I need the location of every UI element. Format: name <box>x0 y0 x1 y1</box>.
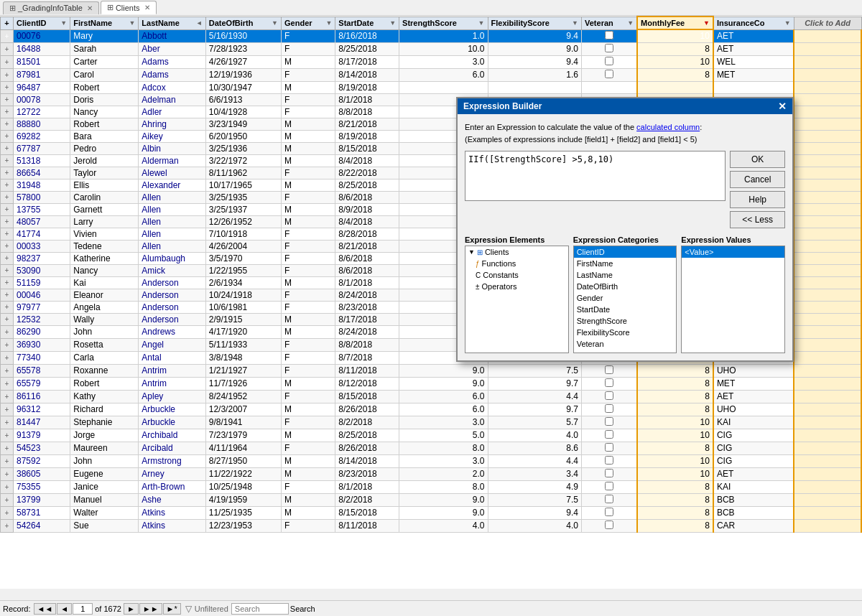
row-expand-btn[interactable]: + <box>1 154 14 167</box>
expression-values-listbox[interactable]: <Value> <box>681 246 785 353</box>
row-expand-btn[interactable]: + <box>1 240 14 252</box>
table-row[interactable]: +16488SarahAber7/28/1923F8/25/201810.09.… <box>1 42 862 55</box>
clients-close-btn[interactable]: ✕ <box>144 4 150 11</box>
row-expand-btn[interactable]: + <box>1 403 14 416</box>
table-row[interactable]: +54523MaureenArcibald4/11/1964F8/26/2018… <box>1 442 862 454</box>
dob-col-header[interactable]: DateOfBirth▼ <box>205 17 281 29</box>
dob-sort-arrow[interactable]: ▼ <box>272 19 278 27</box>
row-expand-btn[interactable]: + <box>1 142 14 154</box>
dialog-close-button[interactable]: ✕ <box>778 101 787 111</box>
row-expand-btn[interactable]: + <box>1 203 14 215</box>
values-item-value[interactable]: <Value> <box>682 246 784 258</box>
strengthscore-sort-arrow[interactable]: ▼ <box>478 19 485 27</box>
gender-col-header[interactable]: Gender▼ <box>282 17 335 29</box>
veteran-checkbox[interactable] <box>605 469 613 477</box>
elements-item-clients[interactable]: ▼ ⊞ Clients <box>465 246 568 258</box>
row-expand-btn[interactable]: + <box>1 252 14 264</box>
veteran-checkbox[interactable] <box>605 456 613 465</box>
table-row[interactable]: +96312RichardArbuckle12/3/2007M8/26/2018… <box>1 403 862 416</box>
category-item-gender[interactable]: Gender <box>574 292 677 304</box>
row-expand-btn[interactable]: + <box>1 416 14 429</box>
less-button[interactable]: << Less <box>730 211 785 228</box>
table-row[interactable]: +91379JorgeArchibald7/23/1979M8/25/20185… <box>1 429 862 442</box>
row-expand-btn[interactable]: + <box>1 364 14 377</box>
row-expand-btn[interactable]: + <box>1 191 14 203</box>
clients-tree-expand[interactable]: ▼ <box>468 248 475 256</box>
veteran-checkbox[interactable] <box>605 404 613 413</box>
veteran-col-header[interactable]: Veteran▼ <box>582 17 638 29</box>
row-expand-btn[interactable]: + <box>1 351 14 364</box>
gender-sort-arrow[interactable]: ▼ <box>325 19 332 27</box>
table-row[interactable]: +54264SueAtkins12/23/1953F8/11/20184.04.… <box>1 519 862 532</box>
flexibilityscore-sort-arrow[interactable]: ▼ <box>572 19 578 27</box>
elements-item-constants[interactable]: C Constants <box>465 269 568 281</box>
row-expand-btn[interactable]: + <box>1 264 14 276</box>
row-expand-btn[interactable]: + <box>1 289 14 301</box>
tab-clients[interactable]: ⊞ Clients ✕ <box>101 1 157 14</box>
strengthscore-col-header[interactable]: StrengthScore▼ <box>399 17 488 29</box>
row-expand-btn[interactable]: + <box>1 55 14 68</box>
row-expand-btn[interactable]: + <box>1 93 14 106</box>
insuranceco-col-header[interactable]: InsuranceCo▼ <box>713 17 794 29</box>
veteran-checkbox[interactable] <box>605 443 613 452</box>
table-row[interactable]: +87592JohnArmstrong8/27/1950M8/14/20183.… <box>1 454 862 467</box>
click-to-add-col-header[interactable]: Click to Add <box>794 17 861 29</box>
table-row[interactable]: +00076MaryAbbott5/16/1930F8/16/20181.09.… <box>1 29 862 42</box>
row-expand-btn[interactable]: + <box>1 167 14 179</box>
monthlyfee-sort-arrow[interactable]: ▼ <box>703 19 710 27</box>
row-expand-btn[interactable]: + <box>1 429 14 442</box>
table-row[interactable]: +86116KathyApley8/24/1952F8/15/20186.04.… <box>1 390 862 403</box>
table-row[interactable]: +75355JaniceArth-Brown10/25/1948F8/1/201… <box>1 480 862 493</box>
veteran-checkbox[interactable] <box>605 70 613 78</box>
table-row[interactable]: +81501CarterAdams4/26/1927M8/17/20183.09… <box>1 55 862 68</box>
row-expand-btn[interactable]: + <box>1 179 14 191</box>
monthlyfee-col-header[interactable]: MonthlyFee▼ <box>637 17 713 29</box>
row-expand-btn[interactable]: + <box>1 301 14 313</box>
startdate-col-header[interactable]: StartDate▼ <box>335 17 399 29</box>
veteran-checkbox[interactable] <box>605 31 613 39</box>
category-item-veteran[interactable]: Veteran <box>574 338 677 350</box>
category-item-flexibilityscore[interactable]: FlexibilityScore <box>574 327 677 338</box>
category-item-cognitivescore[interactable]: CognitiveScore <box>574 350 677 353</box>
dialog-title-bar[interactable]: Expression Builder ✕ <box>458 98 792 114</box>
client-id-col-header[interactable]: ClientID▼ <box>14 17 70 29</box>
startdate-sort-arrow[interactable]: ▼ <box>389 19 396 27</box>
category-item-lastname[interactable]: LastName <box>574 269 677 281</box>
row-expand-btn[interactable]: + <box>1 519 14 532</box>
row-expand-btn[interactable]: + <box>1 506 14 519</box>
table-row[interactable]: +65579RobertAntrim11/7/1926M8/12/20189.0… <box>1 377 862 390</box>
veteran-checkbox[interactable] <box>605 508 613 516</box>
row-expand-btn[interactable]: + <box>1 480 14 493</box>
row-expand-btn[interactable]: + <box>1 106 14 118</box>
elements-item-operators[interactable]: ± Operators <box>465 281 568 292</box>
veteran-checkbox[interactable] <box>605 378 613 387</box>
row-expand-btn[interactable]: + <box>1 130 14 142</box>
grading-info-close-btn[interactable]: ✕ <box>87 4 93 12</box>
row-expand-btn[interactable]: + <box>1 313 14 325</box>
row-expand-btn[interactable]: + <box>1 467 14 480</box>
row-expand-btn[interactable]: + <box>1 442 14 454</box>
expression-categories-listbox[interactable]: ClientIDFirstNameLastNameDateOfBirthGend… <box>573 246 677 353</box>
veteran-checkbox[interactable] <box>605 391 613 400</box>
expression-elements-listbox[interactable]: ▼ ⊞ Clients ƒ Functions C Constants <box>465 246 569 353</box>
expression-textbox[interactable] <box>465 151 726 201</box>
insuranceco-sort-arrow[interactable]: ▼ <box>784 19 791 27</box>
row-expand-btn[interactable]: + <box>1 493 14 506</box>
veteran-checkbox[interactable] <box>605 521 613 529</box>
clientid-sort-arrow[interactable]: ▼ <box>60 19 67 27</box>
flexibilityscore-col-header[interactable]: FlexibilityScore▼ <box>488 17 582 29</box>
row-expand-btn[interactable]: + <box>1 29 14 42</box>
cancel-button[interactable]: Cancel <box>730 171 785 188</box>
category-item-dateofbirth[interactable]: DateOfBirth <box>574 281 677 292</box>
row-expand-btn[interactable]: + <box>1 42 14 55</box>
row-expand-btn[interactable]: + <box>1 325 14 338</box>
row-expand-btn[interactable]: + <box>1 215 14 228</box>
table-row[interactable]: +87981CarolAdams12/19/1936F8/14/20186.01… <box>1 68 862 81</box>
firstname-sort-arrow[interactable]: ▼ <box>129 19 135 27</box>
lastname-sort-arrow[interactable]: ◄ <box>196 19 203 27</box>
ok-button[interactable]: OK <box>730 151 785 168</box>
table-row[interactable]: +13799ManuelAshe4/19/1959M8/2/20189.07.5… <box>1 493 862 506</box>
row-expand-btn[interactable]: + <box>1 118 14 130</box>
row-expand-btn[interactable]: + <box>1 81 14 93</box>
veteran-checkbox[interactable] <box>605 44 613 52</box>
